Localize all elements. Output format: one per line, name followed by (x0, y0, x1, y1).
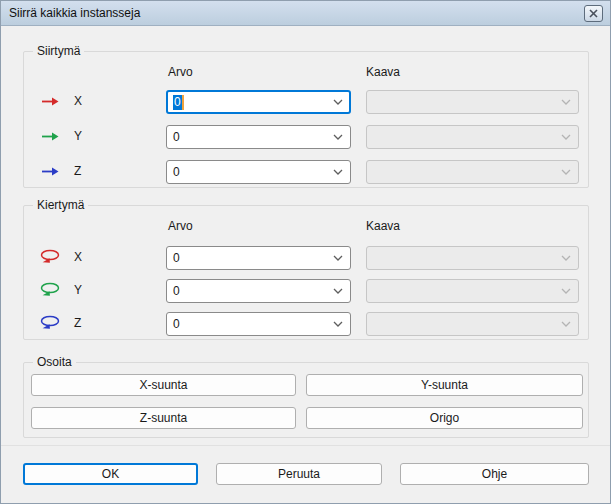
rotation-z-formula-combo (366, 312, 579, 336)
rotation-y-value-combo[interactable]: 0 (166, 279, 351, 303)
chevron-down-icon (561, 321, 571, 327)
x-rotation-icon (38, 249, 62, 263)
y-rotation-icon (38, 282, 62, 296)
z-axis-arrow-icon (38, 167, 62, 176)
rotation-z-value-combo[interactable]: 0 (166, 312, 351, 336)
close-icon (589, 9, 598, 18)
chevron-down-icon (561, 134, 571, 140)
z-direction-button-label: Z-suunta (140, 411, 187, 425)
rotation-group: Kiertymä Arvo Kaava X 0 Y 0 (23, 205, 589, 340)
help-button[interactable]: Ohje (400, 463, 589, 485)
y-direction-button-label: Y-suunta (421, 378, 468, 392)
close-button[interactable] (584, 5, 603, 22)
translation-z-value: 0 (173, 165, 180, 180)
chevron-down-icon (561, 169, 571, 175)
chevron-down-icon (561, 288, 571, 294)
translation-y-value: 0 (173, 130, 180, 145)
cancel-button-label: Peruuta (278, 467, 320, 481)
translation-x-value-combo[interactable]: 0 (166, 90, 351, 114)
rotation-x-value-combo[interactable]: 0 (166, 246, 351, 270)
chevron-down-icon[interactable] (333, 321, 343, 327)
chevron-down-icon[interactable] (333, 255, 343, 261)
point-group: Osoita X-suunta Y-suunta Z-suunta Origo (23, 362, 589, 438)
x-direction-button[interactable]: X-suunta (31, 374, 296, 396)
translation-x-value: 0 (173, 95, 182, 110)
rotation-x-label: X (74, 250, 82, 264)
chevron-down-icon (561, 255, 571, 261)
footer-separator (1, 445, 610, 446)
translation-group: Siirtymä Arvo Kaava X 0 Y 0 (23, 51, 589, 188)
dialog-title: Siirrä kaikkia instansseja (9, 6, 140, 20)
x-direction-button-label: X-suunta (139, 378, 187, 392)
rotation-z-label: Z (74, 316, 81, 330)
help-button-label: Ohje (482, 467, 507, 481)
chevron-down-icon[interactable] (333, 169, 343, 175)
title-bar: Siirrä kaikkia instansseja (1, 1, 610, 26)
rotation-group-label: Kiertymä (33, 198, 88, 212)
rotation-x-value: 0 (173, 251, 180, 266)
translation-value-header: Arvo (168, 65, 193, 79)
y-direction-button[interactable]: Y-suunta (306, 374, 583, 396)
move-all-instances-dialog: Siirrä kaikkia instansseja Siirtymä Arvo… (0, 0, 611, 504)
origin-button-label: Origo (430, 411, 459, 425)
rotation-z-value: 0 (173, 317, 180, 332)
ok-button-label: OK (102, 467, 119, 481)
point-group-label: Osoita (33, 355, 76, 369)
translation-z-label: Z (74, 164, 81, 178)
text-caret (182, 95, 184, 110)
x-axis-arrow-icon (38, 97, 62, 106)
translation-z-value-combo[interactable]: 0 (166, 160, 351, 184)
rotation-formula-header: Kaava (366, 219, 400, 233)
cancel-button[interactable]: Peruuta (216, 463, 382, 485)
chevron-down-icon[interactable] (333, 288, 343, 294)
translation-x-formula-combo (366, 90, 579, 114)
translation-y-formula-combo (366, 125, 579, 149)
translation-x-label: X (74, 94, 82, 108)
ok-button[interactable]: OK (23, 463, 198, 485)
rotation-y-label: Y (74, 283, 82, 297)
translation-formula-header: Kaava (366, 65, 400, 79)
chevron-down-icon[interactable] (333, 134, 343, 140)
chevron-down-icon (561, 99, 571, 105)
origin-button[interactable]: Origo (306, 407, 583, 429)
translation-y-value-combo[interactable]: 0 (166, 125, 351, 149)
chevron-down-icon[interactable] (333, 99, 343, 105)
rotation-y-value: 0 (173, 284, 180, 299)
rotation-x-formula-combo (366, 246, 579, 270)
z-direction-button[interactable]: Z-suunta (31, 407, 296, 429)
y-axis-arrow-icon (38, 132, 62, 141)
translation-group-label: Siirtymä (33, 44, 84, 58)
rotation-y-formula-combo (366, 279, 579, 303)
rotation-value-header: Arvo (168, 219, 193, 233)
z-rotation-icon (38, 315, 62, 329)
translation-z-formula-combo (366, 160, 579, 184)
translation-y-label: Y (74, 129, 82, 143)
